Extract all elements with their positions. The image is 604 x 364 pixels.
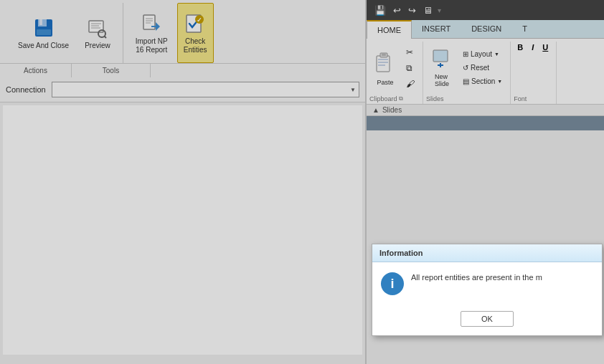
dialog-footer: OK [372,305,602,335]
information-dialog: Information i All report entities are pr… [372,244,603,336]
dialog-title: Information [372,244,602,262]
dialog-message: All report entities are present in the m [411,272,593,283]
ok-button[interactable]: OK [461,311,514,327]
dialog-body: i All report entities are present in the… [372,262,602,305]
dialog-info-icon: i [381,272,404,295]
